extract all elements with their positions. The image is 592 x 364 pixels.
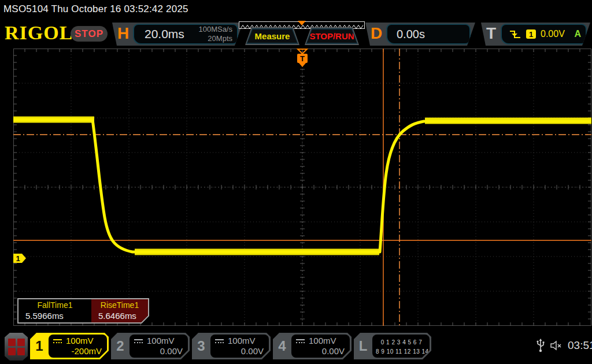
svg-text:1: 1 — [16, 254, 20, 263]
oscilloscope-screen: MSO5104 Thu October 16 03:52:42 2025 RIG… — [0, 0, 592, 364]
dc-coupling-icon — [134, 339, 143, 343]
channel-2-box[interactable]: 2 100mV 0.00V — [111, 333, 190, 359]
channel-1-box[interactable]: 1 100mV -200mV — [30, 333, 109, 359]
graticule: T1 — [13, 49, 591, 326]
delay-settings-group[interactable]: D 0.00s — [365, 23, 475, 46]
stop-run-button[interactable]: STOP/RUN — [305, 27, 359, 45]
measurement-risetime[interactable]: RiseTime1 5.6466ms — [91, 299, 148, 322]
dc-coupling-icon — [215, 339, 224, 343]
measure-button[interactable]: Measure — [245, 27, 299, 45]
memory-depth: 20Mpts — [198, 34, 232, 43]
horizontal-settings-group[interactable]: H 20.0ms 100MSa/s 20Mpts — [112, 23, 243, 46]
measurement-falltime[interactable]: FallTime1 5.5966ms — [18, 299, 91, 322]
delay-label: D — [371, 24, 382, 43]
channel-3-box[interactable]: 3 100mV 0.00V — [192, 333, 271, 359]
ch1-offset: -200mV — [53, 346, 102, 356]
logic-channels-row2: 8 9 10 11 12 13 14 15 — [376, 347, 427, 356]
preview-trigger-position-icon — [298, 21, 306, 25]
trigger-label: T — [486, 24, 496, 43]
dc-coupling-icon — [53, 339, 62, 343]
ch4-offset: 0.00V — [296, 346, 345, 356]
model-date-line: MSO5104 Thu October 16 03:52:42 2025 — [3, 3, 188, 15]
logic-analyzer-box[interactable]: L 0 1 2 3 4 5 6 7 8 9 10 11 12 13 14 15 — [354, 333, 431, 359]
usb-icon — [536, 339, 545, 352]
channel-4-box[interactable]: 4 100mV 0.00V — [273, 333, 352, 359]
speaker-muted-icon[interactable] — [550, 340, 563, 351]
svg-text:T: T — [300, 54, 305, 63]
ch4-scale: 100mV — [309, 336, 336, 346]
grid-icon — [5, 333, 28, 361]
timebase-value[interactable]: 20.0ms — [145, 27, 184, 41]
horizontal-label: H — [117, 24, 129, 43]
sample-rate: 100MSa/s — [198, 25, 232, 34]
trigger-source-badge: 1 — [526, 29, 536, 39]
trigger-settings-group[interactable]: T 1 0.00V A — [481, 23, 590, 46]
trigger-sweep-mode: A — [574, 29, 581, 39]
falling-edge-icon — [509, 29, 521, 39]
ch3-offset: 0.00V — [215, 346, 264, 356]
run-state-badge[interactable]: STOP — [71, 26, 108, 42]
logic-channels-row1: 0 1 2 3 4 5 6 7 — [376, 338, 427, 347]
ch1-scale: 100mV — [66, 336, 94, 346]
rigol-logo: RIGOL — [5, 22, 73, 44]
acquisition-info: 100MSa/s 20Mpts — [198, 25, 237, 43]
ch3-scale: 100mV — [228, 336, 256, 346]
waveform-display-area[interactable]: T1 — [13, 49, 591, 326]
ch2-scale: 100mV — [147, 336, 175, 346]
channel-menu-button[interactable] — [5, 333, 28, 361]
dc-coupling-icon — [296, 339, 305, 343]
ch2-offset: 0.00V — [134, 346, 183, 356]
delay-value[interactable]: 0.00s — [397, 28, 425, 41]
measurement-results-panel[interactable]: FallTime1 5.5966ms RiseTime1 5.6466ms — [17, 298, 149, 324]
trigger-level-value[interactable]: 0.00V — [541, 29, 565, 39]
status-clock: 03:51 — [568, 339, 592, 352]
